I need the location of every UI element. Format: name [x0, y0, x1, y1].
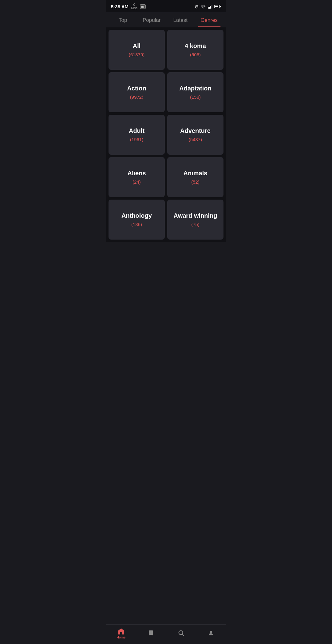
genre-count-4koma: (506) [190, 52, 201, 57]
battery-icon [214, 5, 221, 8]
genre-card-all[interactable]: All(61379) [109, 30, 165, 70]
genre-card-adaptation[interactable]: Adaptation(158) [167, 72, 223, 112]
genre-card-adult[interactable]: Adult(1961) [109, 115, 165, 155]
genre-count-adult: (1961) [130, 137, 143, 142]
genre-card-award-winning[interactable]: Award winning(75) [167, 200, 223, 240]
genre-card-anthology[interactable]: Anthology(136) [109, 200, 165, 240]
genre-count-adaptation: (158) [190, 94, 201, 100]
genre-count-action: (9972) [130, 94, 143, 100]
tab-bar: Top Popular Latest Genres [106, 12, 226, 27]
genre-name-all: All [133, 42, 141, 50]
tab-popular[interactable]: Popular [137, 12, 166, 27]
genre-name-aliens: Aliens [127, 170, 146, 177]
genre-count-all: (61379) [129, 52, 145, 57]
genre-card-action[interactable]: Action(9972) [109, 72, 165, 112]
network-speed: 0 KB/s [131, 3, 137, 10]
content-area: All(61379)4 koma(506)Action(9972)Adaptat… [106, 27, 226, 264]
status-bar: 5:38 AM 0 KB/s mi ⊖ [106, 0, 226, 12]
genre-name-4koma: 4 koma [185, 42, 206, 50]
wifi-icon [200, 4, 206, 9]
genre-count-anthology: (136) [131, 222, 142, 227]
genre-name-adult: Adult [129, 127, 144, 134]
genre-count-award-winning: (75) [191, 222, 200, 227]
genre-card-adventure[interactable]: Adventure(5437) [167, 115, 223, 155]
genre-card-4koma[interactable]: 4 koma(506) [167, 30, 223, 70]
genre-name-anthology: Anthology [121, 212, 152, 219]
genre-name-award-winning: Award winning [174, 212, 217, 219]
genre-name-action: Action [127, 85, 146, 92]
tab-latest[interactable]: Latest [166, 12, 195, 27]
genre-count-animals: (52) [191, 179, 200, 185]
signal-icon [208, 4, 212, 9]
genre-grid: All(61379)4 koma(506)Action(9972)Adaptat… [106, 27, 226, 242]
tab-genres[interactable]: Genres [195, 12, 224, 27]
dnd-icon: ⊖ [195, 4, 199, 10]
genre-name-adventure: Adventure [180, 127, 211, 134]
genre-card-animals[interactable]: Animals(52) [167, 157, 223, 197]
mi-icon: mi [140, 4, 146, 9]
genre-card-aliens[interactable]: Aliens(24) [109, 157, 165, 197]
genre-name-animals: Animals [184, 170, 208, 177]
tab-top[interactable]: Top [109, 12, 137, 27]
status-time: 5:38 AM [111, 4, 128, 9]
genre-count-adventure: (5437) [189, 137, 202, 142]
genre-count-aliens: (24) [132, 179, 141, 185]
status-icons: ⊖ [195, 4, 221, 10]
genre-name-adaptation: Adaptation [179, 85, 211, 92]
